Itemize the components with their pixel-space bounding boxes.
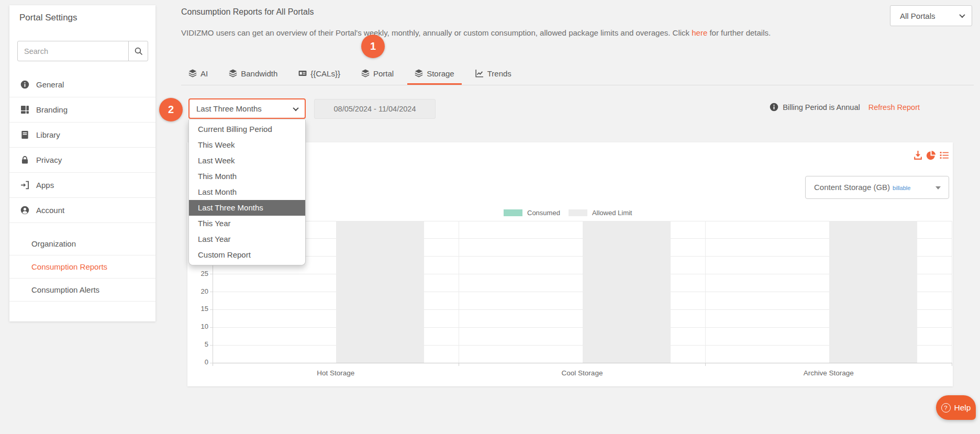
sidebar-item-general[interactable]: General <box>9 72 155 97</box>
library-icon <box>20 130 29 139</box>
y-axis-label: 15 <box>190 305 208 313</box>
tab-label: Trends <box>487 69 511 78</box>
caret-down-icon <box>936 186 941 190</box>
portal-scope-value: All Portals <box>900 12 936 20</box>
bar-allowed-limit-archive-storage <box>829 221 917 363</box>
billing-note: Billing Period is Annual <box>783 103 860 112</box>
metric-select[interactable]: Content Storage (GB) billable <box>805 176 949 199</box>
tab-label: {{CALs}} <box>310 69 340 78</box>
report-tabs: AIBandwidth{{CALs}}PortalStorageTrends <box>187 64 513 83</box>
x-axis-label: Hot Storage <box>278 369 393 377</box>
sidebar-item-consumption-alerts[interactable]: Consumption Alerts <box>9 279 155 302</box>
legend-swatch <box>504 209 522 216</box>
chevron-down-icon <box>959 12 965 18</box>
sidebar-item-label: Branding <box>36 105 68 114</box>
layers-icon <box>361 69 370 77</box>
sidebar-item-apps[interactable]: Apps <box>9 173 155 198</box>
search-input[interactable] <box>18 41 128 61</box>
layers-icon <box>188 69 197 77</box>
y-axis-label: 20 <box>190 287 208 295</box>
help-label: Help <box>954 403 971 413</box>
search-box <box>17 41 148 61</box>
portal-settings-page: Portal Settings GeneralBrandingLibraryPr… <box>0 0 980 434</box>
sidebar-item-privacy[interactable]: Privacy <box>9 148 155 173</box>
lock-icon <box>20 155 29 164</box>
search-button[interactable] <box>128 41 148 61</box>
tabs-divider <box>181 85 974 85</box>
tab-ai[interactable]: AI <box>187 65 209 82</box>
trends-icon <box>475 69 484 77</box>
portal-scope-select[interactable]: All Portals <box>890 5 972 26</box>
sidebar-submenu: OrganizationConsumption ReportsConsumpti… <box>9 232 155 302</box>
layers-icon <box>415 69 423 77</box>
sidebar-item-organization[interactable]: Organization <box>9 232 155 255</box>
grid-vline <box>459 221 459 363</box>
period-option-custom-report[interactable]: Custom Report <box>189 247 305 263</box>
x-axis-label: Cool Storage <box>525 369 640 377</box>
sidebar-subitem-label: Organization <box>31 239 76 248</box>
legend-label: Allowed Limit <box>592 209 632 217</box>
info-icon <box>20 80 29 89</box>
account-icon <box>20 206 29 215</box>
tab-label: Storage <box>427 69 454 78</box>
branding-icon <box>20 105 29 114</box>
sidebar-menu: GeneralBrandingLibraryPrivacyAppsAccount <box>9 72 155 223</box>
period-option-this-week[interactable]: This Week <box>189 137 305 153</box>
period-option-this-month[interactable]: This Month <box>189 169 305 184</box>
annotation-badge-2: 2 <box>159 98 183 121</box>
chart-toolbar <box>912 150 950 161</box>
refresh-report-link[interactable]: Refresh Report <box>868 103 920 112</box>
legend-item-allowed-limit: Allowed Limit <box>569 209 632 217</box>
y-axis-label: 10 <box>190 322 208 330</box>
period-option-current-billing-period[interactable]: Current Billing Period <box>189 121 305 137</box>
period-select-value: Last Three Months <box>196 104 262 113</box>
grid-vline <box>705 221 706 363</box>
apps-icon <box>20 181 29 190</box>
date-range-display[interactable]: 08/05/2024 - 11/04/2024 <box>314 99 436 119</box>
period-option-last-month[interactable]: Last Month <box>189 184 305 200</box>
tab-portal[interactable]: Portal <box>360 65 395 82</box>
sidebar-item-label: General <box>36 80 64 89</box>
badge-1-number: 1 <box>370 40 376 52</box>
x-tick <box>213 363 213 366</box>
here-link[interactable]: here <box>692 28 707 37</box>
period-option-last-three-months[interactable]: Last Three Months <box>189 200 305 216</box>
period-option-last-year[interactable]: Last Year <box>189 231 305 247</box>
sidebar-item-account[interactable]: Account <box>9 198 155 223</box>
description-text-after: for further details. <box>707 28 771 37</box>
tab-label: Bandwidth <box>241 69 277 78</box>
tab-cals[interactable]: {{CALs}} <box>297 65 341 82</box>
period-option-this-year[interactable]: This Year <box>189 216 305 231</box>
sidebar-item-label: Privacy <box>36 155 62 164</box>
sidebar: Portal Settings GeneralBrandingLibraryPr… <box>9 5 155 321</box>
tab-label: Portal <box>373 69 394 78</box>
legend-item-consumed: Consumed <box>504 209 560 217</box>
bar-allowed-limit-hot-storage <box>336 221 424 363</box>
sidebar-item-library[interactable]: Library <box>9 123 155 148</box>
period-option-last-week[interactable]: Last Week <box>189 153 305 169</box>
tab-trends[interactable]: Trends <box>474 65 513 82</box>
x-tick <box>952 363 952 366</box>
x-tick <box>459 363 459 366</box>
metric-billable-tag: billable <box>893 185 910 191</box>
chevron-down-icon <box>293 105 298 110</box>
page-title: Consumption Reports for All Portals <box>181 7 314 17</box>
pie-chart-icon[interactable] <box>926 150 937 161</box>
billing-info-row: Billing Period is Annual Refresh Report <box>770 103 920 112</box>
period-dropdown-menu: Current Billing PeriodThis WeekLast Week… <box>188 120 306 265</box>
annotation-badge-1: 1 <box>361 35 385 58</box>
tab-bandwidth[interactable]: Bandwidth <box>228 65 279 82</box>
download-icon[interactable] <box>912 150 923 161</box>
help-button[interactable]: ? Help <box>936 395 976 420</box>
list-icon[interactable] <box>939 150 950 161</box>
question-icon: ? <box>941 403 951 413</box>
x-axis-label: Archive Storage <box>771 369 886 377</box>
search-icon <box>134 47 143 55</box>
grid-vline <box>952 221 952 363</box>
period-select[interactable]: Last Three Months <box>188 98 306 119</box>
info-icon <box>770 103 778 112</box>
tab-storage[interactable]: Storage <box>414 65 455 82</box>
chart-legend: ConsumedAllowed Limit <box>504 209 632 217</box>
sidebar-item-consumption-reports[interactable]: Consumption Reports <box>9 255 155 279</box>
sidebar-item-branding[interactable]: Branding <box>9 97 155 123</box>
